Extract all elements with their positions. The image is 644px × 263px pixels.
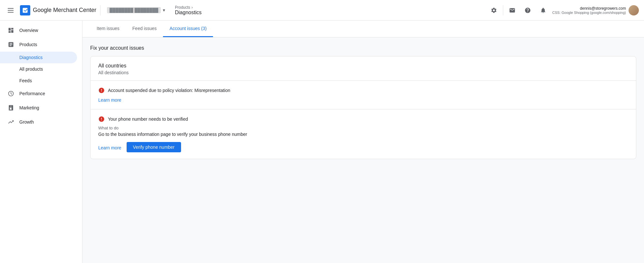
overview-icon [8,27,14,34]
tabs-bar: Item issues Feed issues Account issues (… [82,21,644,37]
sidebar-item-performance-label: Performance [19,91,45,96]
main-content: Item issues Feed issues Account issues (… [82,21,644,263]
issue-1-title: Account suspended due to policy violatio… [108,88,230,93]
growth-icon [8,119,14,125]
sidebar-item-products[interactable]: Products [0,37,77,52]
user-email: dennis@storegrowers.com [552,6,626,11]
issue-2-action-row: Learn more Verify phone number [98,142,628,152]
header-divider [100,5,101,15]
help-button[interactable] [521,4,534,17]
user-text: dennis@storegrowers.com CSS: Google Shop… [552,6,626,15]
mail-button[interactable] [506,4,519,17]
header-left: Google Merchant Center ████████ ████████… [5,5,202,15]
issue-2-header: Your phone number needs to be verified [98,116,628,122]
breadcrumb-arrow: › [191,5,193,10]
account-name: ████████ ████████ [107,7,161,13]
breadcrumb-current: Diagnostics [175,10,202,15]
avatar-image [629,5,639,15]
breadcrumb: Products › [175,5,202,10]
sidebar-subitem-all-products-label: All products [19,66,43,72]
what-to-do-desc: Go to the business information page to v… [98,132,628,137]
card-country: All countries [98,63,628,69]
header: Google Merchant Center ████████ ████████… [0,0,644,21]
logo-area: Google Merchant Center [20,5,96,15]
tab-feed-issues[interactable]: Feed issues [126,21,163,37]
account-issues-card: All countries All destinations Account s… [90,56,636,159]
sidebar-subitem-diagnostics-label: Diagnostics [19,55,43,60]
layout: Overview Products Diagnostics All produc… [0,21,644,263]
sidebar-item-performance[interactable]: Performance [0,86,77,101]
sidebar-subitem-all-products[interactable]: All products [0,63,77,75]
settings-button[interactable] [487,4,500,17]
sidebar-item-overview[interactable]: Overview [0,23,77,37]
card-header: All countries All destinations [91,56,636,81]
issue-2-title: Your phone number needs to be verified [108,116,188,122]
issue-item-2: Your phone number needs to be verified W… [91,109,636,159]
breadcrumb-area: Products › Diagnostics [175,5,202,15]
performance-icon [8,90,14,97]
what-to-do-label: What to do [98,126,628,130]
sidebar-subitem-feeds[interactable]: Feeds [0,75,77,86]
logo-text: Google Merchant Center [33,7,96,14]
content-area: Fix your account issues All countries Al… [82,37,644,167]
sidebar-subitem-diagnostics[interactable]: Diagnostics [0,52,77,63]
notification-button[interactable] [537,4,550,17]
merchant-center-icon [22,7,28,14]
gear-icon [491,7,497,14]
logo-icon [20,5,30,15]
card-destinations: All destinations [98,70,628,75]
issue-2-learn-more-link[interactable]: Learn more [98,145,121,150]
user-css: CSS: Google Shopping (google.com/shoppin… [552,11,626,15]
products-icon [8,41,14,48]
issue-1-learn-more-link[interactable]: Learn more [98,97,121,103]
error-icon-1 [98,87,105,94]
sidebar-subitem-feeds-label: Feeds [19,78,32,83]
tab-feed-issues-label: Feed issues [132,26,157,31]
tab-item-issues[interactable]: Item issues [90,21,126,37]
breadcrumb-parent: Products [175,5,190,10]
mail-icon [509,7,515,14]
sidebar-item-marketing-label: Marketing [19,105,39,110]
sidebar-item-overview-label: Overview [19,28,38,33]
hamburger-menu-button[interactable] [5,5,16,15]
user-info[interactable]: dennis@storegrowers.com CSS: Google Shop… [552,5,639,15]
sidebar-item-growth[interactable]: Growth [0,115,77,129]
tab-item-issues-label: Item issues [97,26,120,31]
chevron-down-icon: ▼ [162,8,166,13]
account-selector[interactable]: ████████ ████████ ▼ [104,6,168,15]
bell-icon [540,7,546,14]
avatar [629,5,639,15]
tab-account-issues-label: Account issues (3) [169,26,207,31]
verify-phone-number-button[interactable]: Verify phone number [127,142,181,152]
tab-account-issues[interactable]: Account issues (3) [163,21,213,37]
marketing-icon [8,105,14,111]
sidebar-item-growth-label: Growth [19,119,34,125]
sidebar: Overview Products Diagnostics All produc… [0,21,82,263]
error-icon-2 [98,116,105,122]
header-divider-2 [503,5,503,15]
section-title: Fix your account issues [90,45,636,51]
sidebar-item-marketing[interactable]: Marketing [0,101,77,115]
issue-item-1: Account suspended due to policy violatio… [91,81,636,109]
issue-1-header: Account suspended due to policy violatio… [98,87,628,94]
header-right: dennis@storegrowers.com CSS: Google Shop… [487,4,639,17]
help-icon [524,7,531,14]
sidebar-item-products-label: Products [19,42,37,47]
